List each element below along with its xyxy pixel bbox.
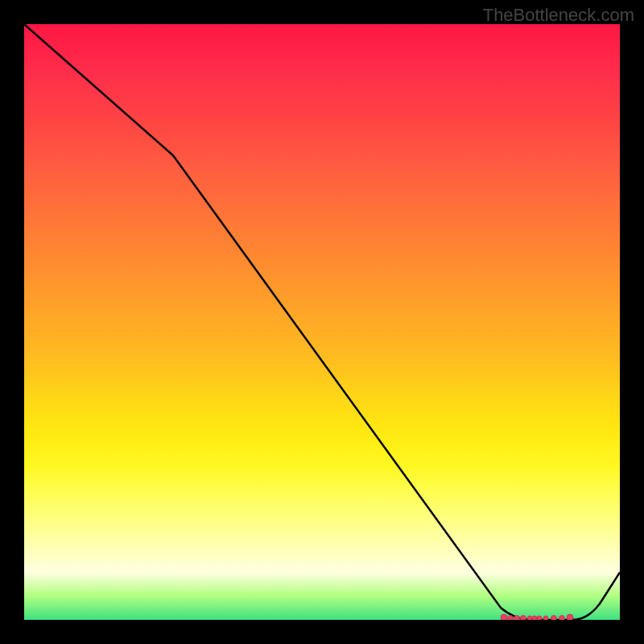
svg-point-1 xyxy=(508,616,514,621)
chart-line-layer xyxy=(24,24,620,620)
svg-point-5 xyxy=(532,616,537,620)
svg-point-9 xyxy=(559,616,565,621)
svg-point-10 xyxy=(567,614,573,620)
svg-point-3 xyxy=(521,616,526,621)
svg-point-0 xyxy=(501,614,507,620)
curve-path xyxy=(24,24,620,620)
svg-point-8 xyxy=(551,616,557,621)
svg-point-2 xyxy=(514,616,520,621)
svg-point-6 xyxy=(537,616,542,620)
watermark-text: TheBottleneck.com xyxy=(483,5,634,26)
svg-point-4 xyxy=(527,616,532,620)
svg-point-7 xyxy=(543,616,548,620)
